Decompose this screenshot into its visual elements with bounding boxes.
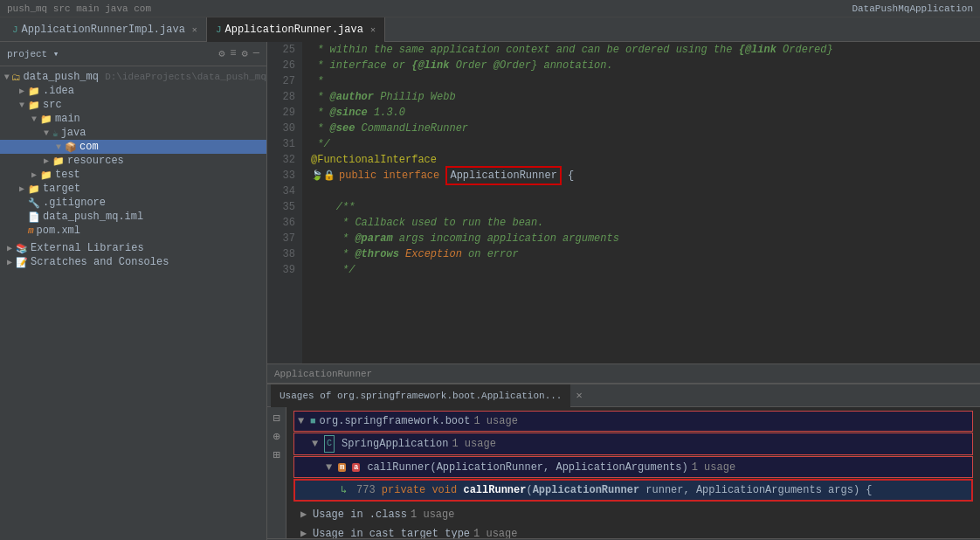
tree-item-java[interactable]: ▼ ☕ java: [0, 126, 266, 140]
main-layout: project ▾ ⚙ ≡ ⚙ ─ ▼ 🗂 data_push_mq D:\id…: [0, 42, 980, 540]
tree-item-src[interactable]: ▼ 📁 src: [0, 98, 266, 112]
main-label: main: [55, 113, 80, 125]
code-line-38: * @throws Exception on error: [311, 246, 980, 262]
breadcrumb-label: ApplicationRunner: [274, 369, 372, 379]
tree-item-iml[interactable]: 📄 data_push_mq.iml: [0, 210, 266, 224]
arrow-pom: [16, 226, 28, 236]
bottom-tab-bar: Usages of org.springframework.boot.Appli…: [267, 384, 980, 407]
test-folder-icon: 📁: [40, 170, 52, 181]
method-count: 1 usage: [692, 460, 735, 475]
project-tree: ▼ 🗂 data_push_mq D:\ideaProjects\data_pu…: [0, 66, 266, 540]
git-icon: 🔧: [28, 197, 40, 209]
resources-label: resources: [67, 155, 124, 167]
line-text: 773 private void callRunner(ApplicationR…: [356, 482, 873, 498]
arrow-idea: ▶: [16, 86, 28, 96]
arrow-line: ↳: [341, 482, 349, 498]
code-line-28: * @author Phillip Webb: [311, 89, 980, 105]
maven-icon: m: [28, 225, 34, 236]
arrow-java: ▼: [40, 128, 52, 138]
close-bottom-tab[interactable]: ✕: [576, 389, 582, 402]
arrow-src: ▼: [16, 100, 28, 110]
app-title: DataPushMqApplication: [852, 3, 973, 14]
tree-item-scratches[interactable]: ▶ 📝 Scratches and Consoles: [0, 255, 266, 269]
layout-icon[interactable]: ≡: [230, 47, 236, 60]
package-count: 1 usage: [473, 413, 517, 429]
tab-application-runner[interactable]: J ApplicationRunner.java ✕: [207, 17, 385, 42]
tree-item-pom[interactable]: m pom.xml: [0, 224, 266, 238]
top-path: push_mq src main java com: [7, 3, 151, 14]
tab-application-runner-impl[interactable]: J ApplicationRunnerImpl.java ✕: [3, 17, 207, 42]
tab-close-impl[interactable]: ✕: [192, 24, 197, 35]
java-icon: J: [12, 24, 18, 35]
tab-label-runner: ApplicationRunner.java: [224, 24, 362, 36]
idea-label: .idea: [43, 85, 74, 97]
tree-item-idea[interactable]: ▶ 📁 .idea: [0, 84, 266, 98]
package-icon: 📦: [65, 142, 77, 153]
main-folder-icon: 📁: [40, 114, 52, 125]
folder-icon: 🗂: [11, 72, 21, 83]
tree-item-com[interactable]: ▼ 📦 com: [0, 140, 266, 154]
java-folder-icon: ☕: [52, 128, 59, 139]
code-editor[interactable]: 25 26 27 28 29 30 31 32 33 34 35 36 37 3…: [267, 42, 980, 363]
usage-item-line[interactable]: ↳ 773 private void callRunner(Applicatio…: [293, 479, 973, 502]
code-line-34: [311, 183, 980, 199]
minimize-icon[interactable]: ─: [253, 47, 259, 60]
tree-item-main[interactable]: ▼ 📁 main: [0, 112, 266, 126]
arrow-com: ▼: [52, 142, 65, 152]
code-line-35: /**: [311, 199, 980, 215]
tab-label-impl: ApplicationRunnerImpl.java: [22, 24, 185, 36]
usage-item-class[interactable]: ▼ C SpringApplication 1 usage: [293, 433, 973, 455]
arrow-git: [16, 198, 28, 208]
class-file-label: Usage in .class: [313, 507, 407, 523]
arrow-target: ▶: [16, 183, 28, 194]
tree-item-project-root[interactable]: ▼ 🗂 data_push_mq D:\ideaProjects\data_pu…: [0, 70, 266, 84]
code-line-39: */: [311, 262, 980, 278]
code-line-29: * @since 1.3.0: [311, 105, 980, 121]
arrow-cast: ▶: [300, 526, 309, 538]
expand-icon[interactable]: ⊕: [273, 429, 280, 444]
resources-folder-icon: 📁: [52, 156, 65, 167]
cast-label: Usage in cast target type: [313, 526, 470, 538]
test-label: test: [55, 169, 80, 181]
usage-item-class-file[interactable]: ▶ Usage in .class 1 usage: [293, 505, 973, 524]
usage-item-method[interactable]: ▼ m a callRunner(ApplicationRunner, Appl…: [293, 456, 973, 478]
method-name: callRunner(ApplicationRunner, Applicatio…: [367, 460, 687, 475]
arrow-package: ▼: [298, 413, 307, 429]
sidebar-toolbar: ⚙ ≡ ⚙ ─: [218, 47, 259, 60]
code-content: 25 26 27 28 29 30 31 32 33 34 35 36 37 3…: [267, 42, 980, 363]
extlib-icon: 📚: [16, 243, 28, 254]
code-line-31: */: [311, 136, 980, 152]
bottom-panel: Usages of org.springframework.boot.Appli…: [267, 383, 980, 540]
tree-item-resources[interactable]: ▶ 📁 resources: [0, 154, 266, 168]
gear-icon[interactable]: ⚙: [218, 47, 224, 60]
arrow-iml: [16, 212, 28, 222]
java-icon-active: J: [216, 24, 222, 35]
arrow-method: ▼: [326, 460, 335, 475]
tree-item-gitignore[interactable]: 🔧 .gitignore: [0, 196, 266, 210]
code-line-26: * interface or {@link Order @Order} anno…: [311, 58, 980, 73]
code-line-25: * within the same application context an…: [311, 42, 980, 58]
target-folder-icon: 📁: [28, 183, 40, 195]
src-folder-icon: 📁: [28, 100, 40, 111]
group-icon[interactable]: ⊞: [273, 447, 280, 462]
scratches-icon: 📝: [16, 257, 28, 268]
tree-item-target[interactable]: ▶ 📁 target: [0, 182, 266, 196]
iml-label: data_push_mq.iml: [43, 211, 143, 223]
usage-item-package[interactable]: ▼ ■ org.springframework.boot 1 usage: [293, 411, 973, 432]
filter-icon[interactable]: ⊟: [273, 411, 280, 426]
code-line-27: *: [311, 73, 980, 89]
tree-item-ext-lib[interactable]: ▶ 📚 External Libraries: [0, 241, 266, 255]
left-panel-icons: ⊟ ⊕ ⊞: [267, 407, 286, 538]
arrow-project: ▼: [3, 73, 11, 82]
settings-icon[interactable]: ⚙: [242, 47, 248, 60]
usages-tab[interactable]: Usages of org.springframework.boot.Appli…: [271, 384, 570, 407]
line-numbers: 25 26 27 28 29 30 31 32 33 34 35 36 37 3…: [267, 42, 302, 363]
tab-close-runner[interactable]: ✕: [370, 24, 376, 35]
src-label: src: [43, 99, 62, 111]
idea-folder-icon: 📁: [28, 86, 40, 97]
package-name: org.springframework.boot: [320, 413, 471, 429]
code-line-37: * @param args incoming application argum…: [311, 231, 980, 246]
tree-item-test[interactable]: ▶ 📁 test: [0, 168, 266, 182]
arrow-extlib: ▶: [3, 243, 16, 253]
usage-item-cast[interactable]: ▶ Usage in cast target type 1 usage: [293, 524, 973, 538]
